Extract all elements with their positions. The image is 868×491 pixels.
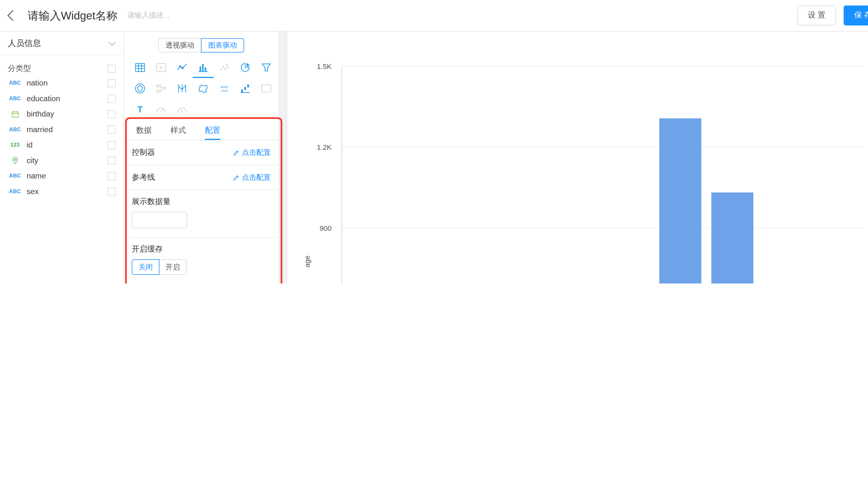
abc-icon: ABC: [8, 80, 22, 86]
pencil-icon: [232, 149, 240, 156]
gauge-chart-icon[interactable]: [151, 99, 172, 120]
abc-icon: ABC: [8, 96, 22, 101]
reference-line-configure-text: 点击配置: [242, 172, 271, 182]
abc-icon: ABC: [8, 173, 22, 178]
gridline: [342, 66, 862, 66]
cache-option[interactable]: 开启: [159, 259, 187, 275]
chevron-down-icon[interactable]: [109, 39, 116, 46]
section-label: 分类型: [8, 63, 31, 74]
scatter-chart-icon[interactable]: [214, 57, 235, 78]
radar-chart-icon[interactable]: [130, 78, 151, 99]
pencil-icon: [232, 174, 240, 181]
mode-button[interactable]: 图表驱动: [201, 38, 244, 53]
abc-icon: ABC: [8, 189, 22, 194]
svg-text:T: T: [137, 105, 143, 114]
field-row[interactable]: city: [0, 153, 124, 168]
top-bar: 请输入Widget名称 请输入描述... 设 置 保 存: [0, 0, 868, 32]
bar-chart-icon[interactable]: [193, 57, 214, 78]
field-row[interactable]: ABCmarried: [0, 122, 124, 137]
field-label: birthday: [27, 110, 107, 118]
cache-option[interactable]: 关闭: [132, 259, 160, 275]
save-button[interactable]: 保 存: [844, 5, 868, 25]
field-checkbox[interactable]: [107, 79, 116, 87]
text-chart-icon[interactable]: T: [130, 99, 151, 120]
field-row[interactable]: ABCsex: [0, 183, 124, 199]
field-checkbox[interactable]: [107, 141, 116, 149]
field-checkbox[interactable]: [107, 94, 116, 103]
parallel-chart-icon[interactable]: [172, 78, 193, 99]
cache-label: 开启缓存: [132, 244, 271, 255]
config-panel: 透视驱动图表驱动 8wordcloudT 数据样式配置 控制器 点击配置 参考线…: [124, 32, 279, 284]
field-checkbox[interactable]: [107, 187, 116, 195]
controller-configure-text: 点击配置: [242, 147, 271, 157]
n123-icon: 123: [8, 142, 22, 147]
dataset-header[interactable]: 人员信息: [0, 32, 124, 55]
back-button[interactable]: [3, 0, 22, 31]
field-row[interactable]: birthday: [0, 106, 124, 122]
widget-name-input[interactable]: 请输入Widget名称: [28, 8, 117, 23]
chart-bar: [711, 193, 754, 284]
display-count-label: 展示数据量: [132, 197, 271, 207]
y-tick-label: 1.5K: [317, 62, 331, 70]
field-checkbox[interactable]: [107, 172, 116, 180]
display-count-input[interactable]: [132, 212, 187, 228]
field-section: 分类型ABCnationABCeducationbirthdayABCmarri…: [0, 55, 124, 199]
field-row[interactable]: ABCnation: [0, 75, 124, 91]
waterfall-chart-icon[interactable]: [235, 78, 256, 99]
section-checkbox[interactable]: [107, 64, 116, 73]
dataset-name: 人员信息: [8, 38, 41, 49]
funnel-chart-icon[interactable]: [256, 57, 277, 78]
tab-样式[interactable]: 样式: [170, 121, 186, 140]
sankey-chart-icon[interactable]: [151, 78, 172, 99]
panel-tabs: 数据样式配置: [124, 121, 278, 141]
gridline: [342, 147, 862, 147]
iframe-chart-icon[interactable]: [256, 78, 277, 99]
y-axis-ticks: 03006009001.2K1.5K: [287, 66, 336, 284]
display-count-group: 展示数据量: [124, 190, 278, 238]
svg-text:cloud: cloud: [221, 89, 227, 92]
cache-group: 开启缓存 关闭开启: [124, 238, 278, 284]
line-chart-icon[interactable]: [172, 57, 193, 78]
chart-bar: [659, 118, 702, 284]
field-checkbox[interactable]: [107, 156, 116, 165]
header-actions: 设 置 保 存: [797, 5, 868, 25]
settings-button[interactable]: 设 置: [797, 5, 836, 25]
field-label: married: [27, 125, 107, 134]
controller-row: 控制器 点击配置: [124, 141, 278, 165]
field-sidebar: 人员信息 分类型ABCnationABCeducationbirthdayABC…: [0, 32, 124, 284]
mode-button[interactable]: 透视驱动: [158, 38, 201, 53]
field-row[interactable]: ABCeducation: [0, 91, 124, 106]
pin-icon: [8, 156, 22, 165]
chevron-left-icon: [7, 10, 18, 21]
tab-数据[interactable]: 数据: [136, 121, 152, 140]
widget-description-input[interactable]: 请输入描述...: [128, 10, 169, 21]
field-label: sex: [27, 187, 107, 196]
wordcloud-chart-icon[interactable]: wordcloud: [214, 78, 235, 99]
tab-配置[interactable]: 配置: [205, 121, 220, 140]
field-label: city: [27, 156, 107, 165]
map-chart-icon[interactable]: [193, 78, 214, 99]
chart-type-grid: 8wordcloudT: [124, 53, 278, 120]
reference-line-configure-link[interactable]: 点击配置: [232, 172, 271, 182]
field-checkbox[interactable]: [107, 125, 116, 134]
main-area: 人员信息 分类型ABCnationABCeducationbirthdayABC…: [0, 32, 868, 284]
widget-editor: 请输入Widget名称 请输入描述... 设 置 保 存 人员信息 分类型ABC…: [0, 0, 868, 284]
svg-text:word: word: [220, 85, 228, 89]
cache-radio-group: 关闭开启: [132, 259, 271, 275]
dial-chart-icon[interactable]: [172, 99, 193, 120]
field-label: nation: [27, 79, 107, 87]
pie-chart-icon[interactable]: [235, 57, 256, 78]
field-label: education: [27, 94, 107, 103]
field-label: id: [27, 141, 107, 149]
field-checkbox[interactable]: [107, 110, 116, 118]
controller-configure-link[interactable]: 点击配置: [232, 147, 271, 157]
mode-toggle: 透视驱动图表驱动: [124, 38, 278, 53]
panel-scrollbar[interactable]: [279, 32, 287, 284]
field-row[interactable]: ABCname: [0, 168, 124, 183]
chart-preview: age 03006009001.2K1.5K 其他族回族壮族布依族拉祜族朝鲜族汉…: [287, 32, 868, 284]
scorecard-chart-icon[interactable]: 8: [151, 57, 172, 78]
field-row[interactable]: 123id: [0, 137, 124, 153]
section-header: 分类型: [0, 62, 124, 75]
table-chart-icon[interactable]: [130, 57, 151, 78]
plot-area: [342, 66, 863, 284]
